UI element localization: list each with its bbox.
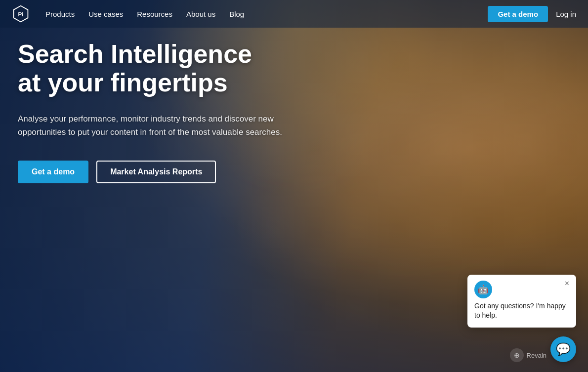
logo-icon: Pi [12, 5, 30, 23]
login-button[interactable]: Log in [556, 10, 576, 18]
chatbot-avatar-icon: 🤖 [474, 281, 492, 298]
nav-actions: Get a demo Log in [488, 6, 576, 22]
nav-blog[interactable]: Blog [229, 10, 244, 18]
market-analysis-reports-button[interactable]: Market Analysis Reports [96, 161, 216, 183]
hero-section: Pi Products Use cases Resources About us… [0, 0, 588, 372]
chat-message-text: Got any questions? I'm happy to help. [474, 301, 569, 321]
nav-links: Products Use cases Resources About us Bl… [45, 10, 488, 18]
nav-about-us[interactable]: About us [186, 10, 215, 18]
navbar: Pi Products Use cases Resources About us… [0, 0, 588, 28]
nav-resources[interactable]: Resources [137, 10, 172, 18]
revain-branding: ⊕ Revain [510, 348, 546, 362]
nav-products[interactable]: Products [45, 10, 75, 18]
chat-fab-button[interactable]: 💬 [550, 336, 576, 362]
logo[interactable]: Pi [12, 5, 30, 23]
svg-text:Pi: Pi [18, 11, 23, 17]
chat-close-button[interactable]: × [565, 280, 569, 288]
revain-label: Revain [527, 352, 546, 359]
revain-icon: ⊕ [510, 348, 524, 362]
chat-popup-header: 🤖 × [474, 281, 569, 298]
hero-subtitle: Analyse your performance, monitor indust… [18, 113, 294, 139]
chat-popup: 🤖 × Got any questions? I'm happy to help… [467, 275, 576, 328]
chat-fab-icon: 💬 [556, 342, 571, 356]
nav-use-cases[interactable]: Use cases [88, 10, 123, 18]
hero-content: Search Intelligence at your fingertips A… [18, 40, 294, 183]
hero-title: Search Intelligence at your fingertips [18, 40, 294, 97]
hero-cta-buttons: Get a demo Market Analysis Reports [18, 161, 294, 183]
get-demo-hero-button[interactable]: Get a demo [18, 161, 88, 183]
get-demo-nav-button[interactable]: Get a demo [488, 6, 548, 22]
